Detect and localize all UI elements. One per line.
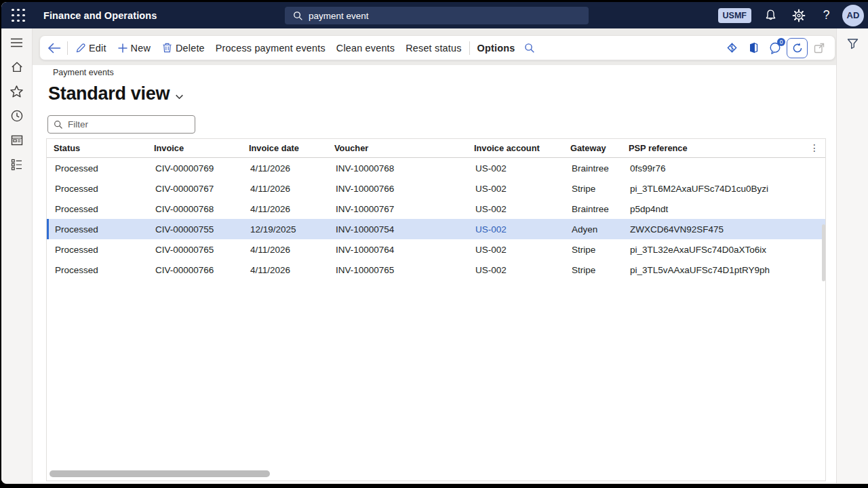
main-content: Edit New Delete Process payment events C… bbox=[33, 28, 836, 483]
grid-filter-input[interactable] bbox=[47, 115, 195, 134]
cell-invoice-account[interactable]: US-002 bbox=[467, 224, 564, 235]
cell-psp-reference[interactable]: ZWXCD64VN92SF475 bbox=[622, 224, 825, 235]
delete-button[interactable]: Delete bbox=[156, 39, 210, 58]
cell-psp-reference[interactable]: p5dp4ndt bbox=[622, 204, 825, 214]
column-header-voucher[interactable]: Voucher bbox=[328, 143, 467, 153]
sidebar-item-modules[interactable] bbox=[1, 152, 33, 177]
cell-invoice-account[interactable]: US-002 bbox=[467, 265, 564, 275]
cell-voucher[interactable]: INV-10000765 bbox=[328, 265, 467, 275]
cell-status[interactable]: Processed bbox=[47, 163, 147, 174]
cell-psp-reference[interactable]: pi_3TL6M2AxaUFSc74D1cu0Byzi bbox=[622, 184, 825, 194]
column-header-status[interactable]: Status bbox=[47, 143, 147, 153]
back-arrow-icon bbox=[47, 43, 61, 54]
cell-psp-reference[interactable]: pi_3TL32eAxaUFSc74D0aXTo6ix bbox=[622, 245, 825, 255]
sidebar-item-home[interactable] bbox=[1, 55, 33, 79]
table-row[interactable]: ProcessedCIV-0000075512/19/2025INV-10000… bbox=[47, 219, 825, 239]
cell-status[interactable]: Processed bbox=[47, 265, 147, 275]
column-header-invoice[interactable]: Invoice bbox=[147, 143, 242, 153]
filter-pane bbox=[836, 28, 868, 483]
table-row[interactable]: ProcessedCIV-000007684/11/2026INV-100007… bbox=[47, 199, 825, 219]
environment-badge[interactable]: USMF bbox=[718, 8, 751, 23]
open-in-new-window-button[interactable] bbox=[809, 39, 829, 58]
filter-pane-button[interactable] bbox=[837, 37, 868, 50]
notifications-button[interactable] bbox=[757, 2, 785, 28]
column-header-psp-reference[interactable]: PSP reference bbox=[622, 143, 825, 153]
cell-voucher[interactable]: INV-10000754 bbox=[328, 224, 467, 235]
cell-invoice-date[interactable]: 4/11/2026 bbox=[242, 245, 328, 255]
view-selector[interactable]: Standard view bbox=[48, 83, 184, 104]
sidebar-item-favorites[interactable] bbox=[1, 79, 33, 104]
app-launcher-button[interactable] bbox=[1, 2, 35, 28]
sidebar-item-recent[interactable] bbox=[1, 104, 33, 128]
cell-invoice-account[interactable]: US-002 bbox=[467, 245, 564, 255]
refresh-button[interactable] bbox=[789, 39, 806, 58]
expand-menu-button[interactable] bbox=[1, 30, 33, 55]
office-button[interactable] bbox=[743, 39, 764, 58]
column-header-gateway[interactable]: Gateway bbox=[564, 143, 622, 153]
cell-invoice-date[interactable]: 4/11/2026 bbox=[242, 265, 328, 275]
help-button[interactable]: ? bbox=[812, 2, 840, 28]
back-button[interactable] bbox=[43, 39, 65, 58]
cell-status[interactable]: Processed bbox=[47, 245, 147, 255]
cell-invoice-account[interactable]: US-002 bbox=[467, 163, 564, 174]
question-icon: ? bbox=[823, 8, 830, 22]
new-button[interactable]: New bbox=[112, 39, 156, 58]
cell-psp-reference[interactable]: 0fs99r76 bbox=[622, 163, 825, 174]
options-label: Options bbox=[477, 43, 515, 54]
cell-status[interactable]: Processed bbox=[47, 184, 147, 194]
options-button[interactable]: Options bbox=[472, 39, 521, 58]
cell-invoice[interactable]: CIV-00000769 bbox=[147, 163, 242, 174]
table-row[interactable]: ProcessedCIV-000007654/11/2026INV-100007… bbox=[47, 239, 825, 260]
gear-icon bbox=[792, 9, 806, 22]
filter-input-field[interactable] bbox=[68, 119, 183, 129]
table-row[interactable]: ProcessedCIV-000007664/11/2026INV-100007… bbox=[47, 260, 825, 280]
toolbar-search-button[interactable] bbox=[520, 39, 539, 58]
cell-voucher[interactable]: INV-10000764 bbox=[328, 245, 467, 255]
edit-button[interactable]: Edit bbox=[70, 39, 112, 58]
cell-gateway[interactable]: Stripe bbox=[564, 245, 622, 255]
grid-header-row: Status Invoice Invoice date Voucher Invo… bbox=[47, 139, 825, 158]
cell-status[interactable]: Processed bbox=[47, 204, 147, 214]
grid-options-kebab[interactable]: ⋮ bbox=[810, 142, 819, 153]
table-row[interactable]: ProcessedCIV-000007694/11/2026INV-100007… bbox=[47, 158, 825, 178]
plus-icon bbox=[117, 43, 128, 54]
cell-gateway[interactable]: Stripe bbox=[564, 265, 622, 275]
cell-invoice[interactable]: CIV-00000767 bbox=[147, 184, 242, 194]
cell-psp-reference[interactable]: pi_3TL5vAAxaUFSc74D1ptRY9ph bbox=[622, 265, 825, 275]
cell-invoice[interactable]: CIV-00000765 bbox=[147, 245, 242, 255]
new-label: New bbox=[131, 43, 151, 54]
column-header-invoice-date[interactable]: Invoice date bbox=[242, 143, 328, 153]
messages-button[interactable]: 0 bbox=[765, 39, 785, 58]
table-row[interactable]: ProcessedCIV-000007674/11/2026INV-100007… bbox=[47, 178, 825, 199]
dynamics-app-button[interactable] bbox=[722, 39, 742, 58]
cell-invoice-date[interactable]: 12/19/2025 bbox=[242, 224, 328, 235]
cell-voucher[interactable]: INV-10000768 bbox=[328, 163, 467, 174]
column-header-invoice-account[interactable]: Invoice account bbox=[467, 143, 564, 153]
settings-button[interactable] bbox=[785, 2, 812, 28]
reset-status-button[interactable]: Reset status bbox=[400, 39, 467, 58]
cell-invoice[interactable]: CIV-00000755 bbox=[147, 224, 242, 235]
cell-invoice[interactable]: CIV-00000768 bbox=[147, 204, 242, 214]
cell-invoice-date[interactable]: 4/11/2026 bbox=[242, 204, 328, 214]
cell-gateway[interactable]: Braintree bbox=[564, 163, 622, 174]
cell-invoice-date[interactable]: 4/11/2026 bbox=[242, 163, 328, 174]
cell-invoice-account[interactable]: US-002 bbox=[467, 204, 564, 214]
cell-invoice-date[interactable]: 4/11/2026 bbox=[242, 184, 328, 194]
cell-gateway[interactable]: Stripe bbox=[564, 184, 622, 194]
search-icon bbox=[524, 43, 535, 54]
cell-voucher[interactable]: INV-10000767 bbox=[328, 204, 467, 214]
horizontal-scrollbar-thumb[interactable] bbox=[50, 470, 270, 477]
vertical-scrollbar-thumb[interactable] bbox=[822, 224, 825, 281]
cell-voucher[interactable]: INV-10000766 bbox=[328, 184, 467, 194]
reset-label: Reset status bbox=[406, 43, 461, 54]
process-payment-events-button[interactable]: Process payment events bbox=[210, 39, 331, 58]
cell-gateway[interactable]: Adyen bbox=[564, 224, 622, 235]
cell-status[interactable]: Processed bbox=[47, 224, 147, 235]
sidebar-item-workspaces[interactable] bbox=[1, 128, 33, 152]
clean-events-button[interactable]: Clean events bbox=[331, 39, 400, 58]
cell-invoice-account[interactable]: US-002 bbox=[467, 184, 564, 194]
cell-gateway[interactable]: Braintree bbox=[564, 204, 622, 214]
cell-invoice[interactable]: CIV-00000766 bbox=[147, 265, 242, 275]
avatar[interactable]: AD bbox=[842, 5, 864, 26]
global-search-box[interactable]: payment event bbox=[285, 7, 589, 24]
